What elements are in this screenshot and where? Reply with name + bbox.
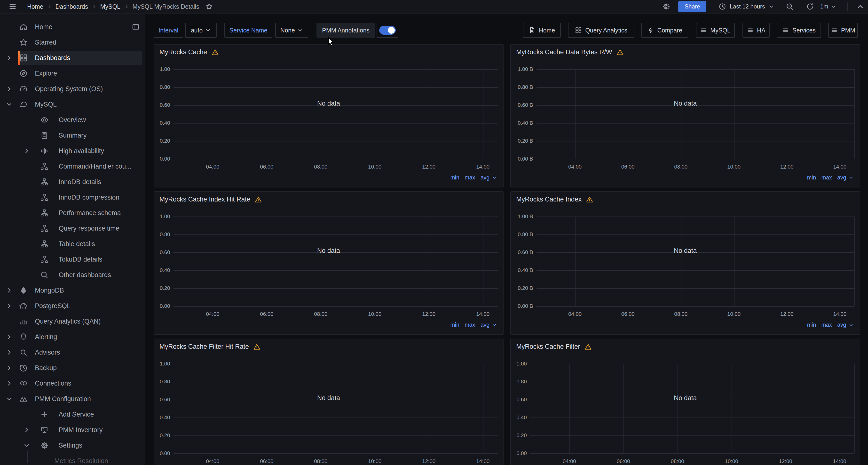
- panel-title[interactable]: MyRocks Cache Filter Hit Rate: [159, 343, 260, 351]
- sidebar-item-starred[interactable]: Starred: [0, 35, 145, 49]
- sidebar-item-alerting[interactable]: Alerting: [0, 330, 145, 344]
- sidebar-item-performance-schema[interactable]: Performance schema: [0, 206, 145, 220]
- breadcrumb-separator-icon: [47, 4, 52, 9]
- sidebar-item-postgresql[interactable]: PostgreSQL: [0, 299, 145, 313]
- warning-icon[interactable]: [585, 343, 592, 351]
- chevron-right-icon[interactable]: [6, 287, 12, 294]
- nav-link-services[interactable]: Services: [777, 23, 821, 38]
- legend-avg[interactable]: avg: [837, 322, 846, 328]
- share-button[interactable]: Share: [678, 1, 706, 12]
- sidebar-item-label: Home: [35, 23, 52, 31]
- legend-max[interactable]: max: [821, 174, 832, 181]
- nav-link-mysql[interactable]: MySQL: [696, 23, 735, 38]
- legend-min[interactable]: min: [807, 174, 816, 181]
- sidebar-item-overview[interactable]: Overview: [0, 112, 145, 127]
- sidebar-item-other-dashboards[interactable]: Other dashboards: [0, 268, 145, 282]
- legend-avg[interactable]: avg: [480, 174, 490, 181]
- nav-link-home[interactable]: Home: [523, 23, 561, 38]
- chevron-down-icon[interactable]: [492, 323, 497, 327]
- x-axis-label: 12:00: [775, 164, 799, 170]
- panel-title[interactable]: MyRocks Cache Filter: [516, 343, 592, 351]
- warning-icon[interactable]: [586, 196, 593, 203]
- legend-max[interactable]: max: [465, 322, 475, 328]
- panel-title[interactable]: MyRocks Cache Index Hit Rate: [159, 196, 262, 203]
- nav-link-query-analytics[interactable]: Query Analytics: [568, 23, 634, 38]
- service-name-select[interactable]: None: [275, 23, 308, 38]
- zoom-out-icon[interactable]: [786, 3, 794, 10]
- list-icon: [831, 27, 838, 34]
- chevron-right-icon[interactable]: [6, 86, 12, 92]
- collapse-header-icon[interactable]: [856, 3, 864, 10]
- sidebar-item-metrics-resolution[interactable]: Metrics Resolution: [0, 454, 145, 465]
- chevron-down-icon[interactable]: [6, 396, 12, 402]
- sidebar-item-high-availability[interactable]: High availability: [0, 144, 145, 158]
- warning-icon[interactable]: [617, 49, 624, 56]
- panel-title[interactable]: MyRocks Cache Index: [516, 196, 593, 203]
- sidebar-item-operating-system-os[interactable]: Operating System (OS): [0, 81, 145, 96]
- sidebar-item-explore[interactable]: Explore: [0, 66, 145, 81]
- interval-select[interactable]: auto: [185, 23, 217, 38]
- sidebar-item-table-details[interactable]: Table details: [0, 237, 145, 251]
- panel-title[interactable]: MyRocks Cache: [159, 48, 219, 56]
- no-data-text: No data: [511, 100, 860, 107]
- sidebar-item-query-analytics-qan[interactable]: Query Analytics (QAN): [0, 314, 145, 329]
- breadcrumb-item[interactable]: Home: [27, 3, 43, 10]
- sidebar-item-home[interactable]: Home: [0, 20, 145, 34]
- chevron-right-icon[interactable]: [6, 302, 12, 309]
- chevron-right-icon[interactable]: [23, 427, 30, 433]
- dashboard-settings-icon[interactable]: [662, 3, 670, 10]
- x-axis-label: 06:00: [616, 164, 640, 170]
- chevron-down-icon[interactable]: [492, 175, 497, 180]
- sidebar-item-pmm-configuration[interactable]: PMM Configuration: [0, 392, 145, 406]
- time-range-picker[interactable]: Last 12 hours: [730, 3, 765, 10]
- chevron-down-icon[interactable]: [848, 175, 854, 180]
- chevron-down-icon[interactable]: [23, 442, 30, 449]
- legend-max[interactable]: max: [821, 322, 832, 328]
- sidebar-item-innodb-details[interactable]: InnoDB details: [0, 175, 145, 189]
- warning-icon[interactable]: [212, 49, 219, 56]
- sidebar-item-advisors[interactable]: Advisors: [0, 345, 145, 360]
- sidebar-item-mongodb[interactable]: MongoDB: [0, 283, 145, 298]
- legend-avg[interactable]: avg: [837, 174, 846, 181]
- legend-min[interactable]: min: [807, 322, 816, 328]
- sidebar-item-mysql[interactable]: MySQL: [0, 97, 145, 112]
- breadcrumb-item[interactable]: MySQL: [100, 3, 120, 10]
- panel-title[interactable]: MyRocks Cache Data Bytes R/W: [516, 48, 624, 56]
- refresh-icon[interactable]: [806, 3, 814, 10]
- sidebar-item-innodb-compression[interactable]: InnoDB compression: [0, 190, 145, 205]
- star-dashboard-icon[interactable]: [206, 3, 213, 10]
- sidebar-item-pmm-inventory[interactable]: PMM Inventory: [0, 423, 145, 437]
- refresh-interval-picker[interactable]: 1m: [820, 3, 828, 10]
- sidebar-item-dashboards[interactable]: Dashboards: [0, 51, 145, 65]
- sidebar-item-backup[interactable]: Backup: [0, 361, 145, 375]
- menu-icon[interactable]: [9, 3, 17, 10]
- legend-max[interactable]: max: [465, 174, 475, 181]
- breadcrumb-item[interactable]: Dashboards: [56, 3, 88, 10]
- chevron-down-icon[interactable]: [6, 101, 12, 108]
- chevron-right-icon[interactable]: [6, 55, 12, 61]
- warning-icon[interactable]: [255, 196, 262, 203]
- legend-min[interactable]: min: [450, 322, 459, 328]
- sidebar-item-tokudb-details[interactable]: TokuDB details: [0, 252, 145, 267]
- sidebar-item-add-service[interactable]: Add Service: [0, 407, 145, 422]
- chevron-right-icon[interactable]: [23, 147, 30, 154]
- chevron-right-icon[interactable]: [6, 365, 12, 371]
- chevron-right-icon[interactable]: [6, 349, 12, 356]
- chevron-down-icon[interactable]: [848, 323, 854, 327]
- nav-link-compare[interactable]: Compare: [641, 23, 688, 38]
- sidebar-item-connections[interactable]: Connections: [0, 376, 145, 391]
- legend-min[interactable]: min: [450, 174, 459, 181]
- sidebar-item-summary[interactable]: Summary: [0, 128, 145, 143]
- sidebar-item-settings[interactable]: Settings: [0, 438, 145, 453]
- nav-link-pmm[interactable]: PMM: [828, 23, 858, 38]
- toggle-switch[interactable]: [379, 26, 396, 35]
- legend-avg[interactable]: avg: [480, 322, 490, 328]
- chevron-right-icon[interactable]: [6, 380, 12, 387]
- nav-link-ha[interactable]: HA: [742, 23, 770, 38]
- pmm-annotations-toggle[interactable]: [377, 23, 398, 38]
- x-axis-label: 08:00: [309, 458, 333, 465]
- warning-icon[interactable]: [253, 343, 260, 351]
- sidebar-item-command-handler-cou[interactable]: Command/Handler cou...: [0, 159, 145, 174]
- sidebar-item-query-response-time[interactable]: Query response time: [0, 221, 145, 236]
- chevron-right-icon[interactable]: [6, 333, 12, 340]
